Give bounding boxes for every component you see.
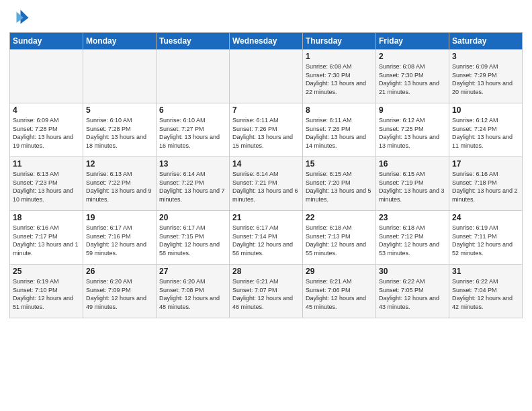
day-info: Sunrise: 6:12 AM Sunset: 7:25 PM Dayligh… — [379, 116, 446, 150]
day-info: Sunrise: 6:12 AM Sunset: 7:24 PM Dayligh… — [452, 116, 519, 150]
logo-icon — [9, 7, 30, 27]
day-number: 27 — [159, 267, 226, 276]
day-cell: 12Sunrise: 6:13 AM Sunset: 7:22 PM Dayli… — [83, 157, 157, 211]
day-cell — [157, 50, 230, 103]
day-cell: 3Sunrise: 6:09 AM Sunset: 7:29 PM Daylig… — [449, 50, 523, 103]
day-number: 13 — [159, 159, 226, 169]
day-number: 14 — [232, 159, 300, 169]
day-info: Sunrise: 6:11 AM Sunset: 7:26 PM Dayligh… — [232, 116, 300, 150]
weekday-header-sunday: Sunday — [10, 33, 83, 50]
day-cell: 19Sunrise: 6:17 AM Sunset: 7:16 PM Dayli… — [83, 211, 157, 265]
day-info: Sunrise: 6:14 AM Sunset: 7:22 PM Dayligh… — [159, 170, 226, 203]
day-info: Sunrise: 6:19 AM Sunset: 7:11 PM Dayligh… — [452, 224, 519, 257]
day-info: Sunrise: 6:13 AM Sunset: 7:23 PM Dayligh… — [13, 170, 80, 203]
day-cell: 17Sunrise: 6:16 AM Sunset: 7:18 PM Dayli… — [449, 157, 523, 211]
day-info: Sunrise: 6:16 AM Sunset: 7:17 PM Dayligh… — [13, 224, 80, 257]
week-row-4: 18Sunrise: 6:16 AM Sunset: 7:17 PM Dayli… — [10, 211, 523, 265]
day-number: 25 — [13, 267, 80, 276]
weekday-header-row: SundayMondayTuesdayWednesdayThursdayFrid… — [10, 33, 523, 50]
day-cell: 24Sunrise: 6:19 AM Sunset: 7:11 PM Dayli… — [449, 211, 523, 265]
day-number: 31 — [452, 267, 519, 276]
day-cell — [230, 50, 303, 103]
day-info: Sunrise: 6:08 AM Sunset: 7:30 PM Dayligh… — [379, 62, 446, 96]
day-info: Sunrise: 6:18 AM Sunset: 7:13 PM Dayligh… — [306, 224, 373, 257]
day-number: 28 — [232, 267, 300, 276]
day-info: Sunrise: 6:19 AM Sunset: 7:10 PM Dayligh… — [13, 277, 80, 311]
day-number: 9 — [379, 105, 446, 115]
day-cell: 30Sunrise: 6:22 AM Sunset: 7:05 PM Dayli… — [376, 265, 449, 318]
day-info: Sunrise: 6:17 AM Sunset: 7:15 PM Dayligh… — [159, 224, 226, 257]
day-info: Sunrise: 6:08 AM Sunset: 7:30 PM Dayligh… — [306, 62, 373, 96]
day-cell: 16Sunrise: 6:15 AM Sunset: 7:19 PM Dayli… — [376, 157, 449, 211]
day-number: 3 — [452, 52, 519, 61]
day-info: Sunrise: 6:17 AM Sunset: 7:16 PM Dayligh… — [86, 224, 153, 257]
day-cell: 11Sunrise: 6:13 AM Sunset: 7:23 PM Dayli… — [10, 157, 83, 211]
weekday-header-monday: Monday — [83, 33, 157, 50]
day-info: Sunrise: 6:14 AM Sunset: 7:21 PM Dayligh… — [232, 170, 300, 203]
day-info: Sunrise: 6:15 AM Sunset: 7:20 PM Dayligh… — [306, 170, 373, 203]
day-cell: 8Sunrise: 6:11 AM Sunset: 7:26 PM Daylig… — [303, 103, 376, 157]
day-cell: 1Sunrise: 6:08 AM Sunset: 7:30 PM Daylig… — [303, 50, 376, 103]
day-number: 4 — [13, 105, 80, 115]
day-number: 29 — [306, 267, 373, 276]
day-number: 18 — [13, 213, 80, 222]
day-number: 15 — [306, 159, 373, 169]
day-info: Sunrise: 6:21 AM Sunset: 7:07 PM Dayligh… — [232, 277, 300, 311]
day-cell: 10Sunrise: 6:12 AM Sunset: 7:24 PM Dayli… — [449, 103, 523, 157]
weekday-header-thursday: Thursday — [303, 33, 376, 50]
day-info: Sunrise: 6:16 AM Sunset: 7:18 PM Dayligh… — [452, 170, 519, 203]
week-row-5: 25Sunrise: 6:19 AM Sunset: 7:10 PM Dayli… — [10, 265, 523, 318]
day-cell: 22Sunrise: 6:18 AM Sunset: 7:13 PM Dayli… — [303, 211, 376, 265]
day-cell: 9Sunrise: 6:12 AM Sunset: 7:25 PM Daylig… — [376, 103, 449, 157]
day-cell: 29Sunrise: 6:21 AM Sunset: 7:06 PM Dayli… — [303, 265, 376, 318]
day-number: 19 — [86, 213, 153, 222]
day-cell: 13Sunrise: 6:14 AM Sunset: 7:22 PM Dayli… — [157, 157, 230, 211]
day-number: 6 — [159, 105, 226, 115]
day-info: Sunrise: 6:11 AM Sunset: 7:26 PM Dayligh… — [306, 116, 373, 150]
day-info: Sunrise: 6:09 AM Sunset: 7:29 PM Dayligh… — [452, 62, 519, 96]
day-number: 24 — [452, 213, 519, 222]
day-cell: 28Sunrise: 6:21 AM Sunset: 7:07 PM Dayli… — [230, 265, 303, 318]
day-info: Sunrise: 6:13 AM Sunset: 7:22 PM Dayligh… — [86, 170, 153, 203]
day-cell: 20Sunrise: 6:17 AM Sunset: 7:15 PM Dayli… — [157, 211, 230, 265]
day-cell: 21Sunrise: 6:17 AM Sunset: 7:14 PM Dayli… — [230, 211, 303, 265]
day-number: 16 — [379, 159, 446, 169]
day-number: 7 — [232, 105, 300, 115]
day-cell: 6Sunrise: 6:10 AM Sunset: 7:27 PM Daylig… — [157, 103, 230, 157]
logo — [9, 7, 32, 27]
week-row-3: 11Sunrise: 6:13 AM Sunset: 7:23 PM Dayli… — [10, 157, 523, 211]
day-number: 8 — [306, 105, 373, 115]
calendar-table: SundayMondayTuesdayWednesdayThursdayFrid… — [9, 32, 523, 318]
day-info: Sunrise: 6:15 AM Sunset: 7:19 PM Dayligh… — [379, 170, 446, 203]
weekday-header-friday: Friday — [376, 33, 449, 50]
day-info: Sunrise: 6:09 AM Sunset: 7:28 PM Dayligh… — [13, 116, 80, 150]
day-number: 17 — [452, 159, 519, 169]
day-info: Sunrise: 6:21 AM Sunset: 7:06 PM Dayligh… — [306, 277, 373, 311]
day-cell: 7Sunrise: 6:11 AM Sunset: 7:26 PM Daylig… — [230, 103, 303, 157]
day-cell: 5Sunrise: 6:10 AM Sunset: 7:28 PM Daylig… — [83, 103, 157, 157]
day-cell: 4Sunrise: 6:09 AM Sunset: 7:28 PM Daylig… — [10, 103, 83, 157]
day-number: 30 — [379, 267, 446, 276]
week-row-1: 1Sunrise: 6:08 AM Sunset: 7:30 PM Daylig… — [10, 50, 523, 103]
day-cell: 27Sunrise: 6:20 AM Sunset: 7:08 PM Dayli… — [157, 265, 230, 318]
day-number: 2 — [379, 52, 446, 61]
day-info: Sunrise: 6:10 AM Sunset: 7:27 PM Dayligh… — [159, 116, 226, 150]
day-info: Sunrise: 6:20 AM Sunset: 7:09 PM Dayligh… — [86, 277, 153, 311]
weekday-header-tuesday: Tuesday — [157, 33, 230, 50]
day-number: 1 — [306, 52, 373, 61]
header — [9, 7, 523, 27]
day-number: 21 — [232, 213, 300, 222]
day-cell: 26Sunrise: 6:20 AM Sunset: 7:09 PM Dayli… — [83, 265, 157, 318]
day-number: 20 — [159, 213, 226, 222]
weekday-header-saturday: Saturday — [449, 33, 523, 50]
day-cell: 31Sunrise: 6:22 AM Sunset: 7:04 PM Dayli… — [449, 265, 523, 318]
week-row-2: 4Sunrise: 6:09 AM Sunset: 7:28 PM Daylig… — [10, 103, 523, 157]
day-cell: 14Sunrise: 6:14 AM Sunset: 7:21 PM Dayli… — [230, 157, 303, 211]
day-cell — [10, 50, 83, 103]
day-info: Sunrise: 6:20 AM Sunset: 7:08 PM Dayligh… — [159, 277, 226, 311]
day-info: Sunrise: 6:17 AM Sunset: 7:14 PM Dayligh… — [232, 224, 300, 257]
day-info: Sunrise: 6:18 AM Sunset: 7:12 PM Dayligh… — [379, 224, 446, 257]
day-cell: 15Sunrise: 6:15 AM Sunset: 7:20 PM Dayli… — [303, 157, 376, 211]
day-cell: 23Sunrise: 6:18 AM Sunset: 7:12 PM Dayli… — [376, 211, 449, 265]
day-info: Sunrise: 6:10 AM Sunset: 7:28 PM Dayligh… — [86, 116, 153, 150]
